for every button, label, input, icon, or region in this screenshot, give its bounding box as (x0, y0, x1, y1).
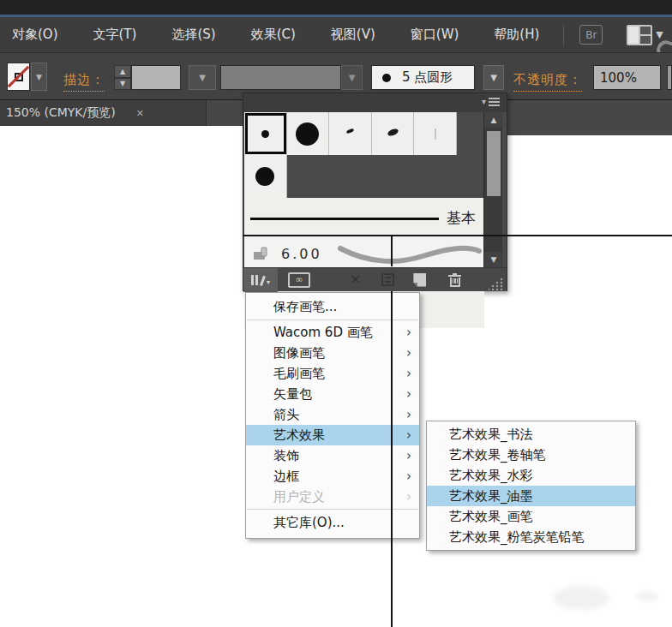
scroll-down-icon[interactable]: ▼ (484, 252, 503, 267)
chevron-down-icon: ▼ (656, 29, 663, 40)
menu-item-other-library[interactable]: 其它库(O)... (246, 511, 419, 534)
menu-item-bristle-brushes[interactable]: 毛刷画笔 › (246, 363, 419, 384)
menu-item-image-brushes[interactable]: 图像画笔 › (246, 343, 419, 363)
illustrator-window: 对象(O) 文字(T) 选择(S) 效果(C) 视图(V) 窗口(W) 帮助(H… (0, 0, 672, 627)
delete-brush-button[interactable] (448, 273, 461, 287)
brush-libraries-menu-button[interactable]: ▾ (243, 268, 278, 292)
menu-item-select[interactable]: 选择(S) (168, 27, 219, 43)
panel-flyout-menu-button[interactable]: ▾ (482, 98, 500, 106)
menu-item-user-defined: 用户定义 › (246, 487, 419, 507)
panel-scrollbar[interactable]: ▲ ▼ (483, 112, 502, 267)
menu-item-decorative[interactable]: 装饰 › (246, 445, 419, 466)
stepper-down-icon[interactable]: ▼ (114, 78, 131, 91)
close-icon[interactable]: ✕ (136, 108, 144, 119)
new-brush-button[interactable] (413, 273, 426, 287)
tab-bar-extension (507, 126, 672, 135)
stroke-weight-dropdown-button[interactable]: ▼ (189, 65, 216, 90)
submenu-arrow-icon: › (406, 404, 411, 425)
remove-brush-stroke-button[interactable]: ✕ (350, 272, 361, 288)
workspace-icon (627, 25, 652, 45)
menu-item-save-brushes[interactable]: 保存画笔... (246, 296, 419, 318)
stepper-up-icon[interactable]: ▲ (114, 65, 131, 78)
scroll-up-icon[interactable]: ▲ (484, 112, 503, 128)
submenu-item-scroll-pen[interactable]: 艺术效果_卷轴笔 (427, 445, 635, 465)
canvas-vertical-line-upper (391, 236, 393, 266)
brush-libraries-menu: 保存画笔... Wacom 6D 画笔 › 图像画笔 › 毛刷画笔 › 矢量包 … (245, 292, 420, 539)
menubar-separator (563, 25, 564, 45)
submenu-item-watercolor[interactable]: 艺术效果_水彩 (427, 465, 635, 486)
panel-toolbar: ▾ ∞ ✕ (243, 267, 507, 291)
menu-item-object[interactable]: 对象(O) (9, 27, 62, 43)
menu-bar: 对象(O) 文字(T) 选择(S) 效果(C) 视图(V) 窗口(W) 帮助(H… (0, 17, 672, 52)
submenu-item-paintbrush[interactable]: 艺术效果_画笔 (427, 506, 635, 527)
submenu-arrow-icon: › (406, 343, 411, 363)
chevron-down-icon: ▾ (482, 98, 486, 106)
basic-brush-label: 基本 (447, 208, 476, 228)
submenu-arrow-icon: › (406, 466, 411, 487)
stroke-weight-field[interactable] (131, 65, 181, 90)
stroke-label[interactable]: 描边： (63, 72, 105, 92)
cc-link-icon: ∞ (295, 274, 303, 285)
brushes-panel: ▾ 基本 6.00 (243, 93, 507, 291)
submenu-item-chalk-charcoal-pencil[interactable]: 艺术效果_粉笔炭笔铅笔 (427, 527, 635, 547)
titlebar-strip (0, 0, 672, 15)
brush-size-label: 6.00 (281, 246, 322, 262)
menu-item-window[interactable]: 窗口(W) (407, 27, 463, 43)
brushes-panel-header[interactable]: ▾ (243, 93, 507, 112)
brush-options-button[interactable] (381, 273, 394, 286)
brush-swatch[interactable] (372, 112, 415, 155)
folded-corner-icon (413, 283, 417, 287)
canvas-smudge (553, 586, 609, 610)
library-books-icon (251, 274, 265, 285)
none-slash-icon (8, 66, 29, 87)
artistic-submenu: 艺术效果_书法 艺术效果_卷轴笔 艺术效果_水彩 艺术效果_油墨 艺术效果_画笔… (426, 421, 636, 551)
opacity-field[interactable]: 100% (593, 65, 661, 90)
menu-item-arrows[interactable]: 箭头 › (246, 404, 419, 425)
brush-definition-dropdown[interactable]: 5 点圆形 (371, 65, 475, 90)
canvas-vertical-line (391, 291, 393, 627)
canvas-horizontal-line (243, 235, 672, 236)
menu-item-type[interactable]: 文字(T) (90, 27, 141, 43)
menu-item-borders[interactable]: 边框 › (246, 466, 419, 487)
ink-bottle-icon (253, 247, 273, 260)
fill-dropdown-button[interactable]: ▼ (31, 63, 47, 91)
submenu-item-ink[interactable]: 艺术效果_油墨 (427, 486, 635, 506)
menu-separator (247, 319, 418, 320)
menu-item-wacom-6d[interactable]: Wacom 6D 画笔 › (246, 322, 419, 343)
brush-swatch-row-2 (244, 155, 287, 198)
submenu-arrow-icon: › (406, 445, 411, 466)
brush-swatch[interactable] (329, 112, 372, 155)
submenu-arrow-icon: › (406, 487, 411, 507)
resize-grip[interactable] (489, 278, 504, 290)
brush-swatch[interactable] (244, 155, 287, 198)
menu-item-artistic[interactable]: 艺术效果 › (246, 425, 419, 445)
document-tab[interactable]: 150% (CMYK/预览) ✕ (0, 100, 207, 126)
brush-swatch-row-1 (244, 112, 457, 155)
opacity-label[interactable]: 不透明度： (513, 72, 582, 92)
basic-brush-stroke-preview (250, 218, 439, 220)
menu-item-effect[interactable]: 效果(C) (248, 27, 299, 43)
stroke-profile-dropdown-button[interactable]: ▼ (341, 65, 363, 90)
brush-definition-dropdown-button[interactable]: ▼ (483, 65, 504, 90)
brush-row-calligraphic[interactable]: 6.00 (244, 236, 484, 267)
submenu-arrow-icon: › (406, 384, 411, 404)
brush-swatch[interactable] (287, 112, 330, 155)
brush-dot-icon (382, 74, 391, 82)
brush-definition-value: 5 点圆形 (402, 69, 453, 86)
cc-libraries-button[interactable]: ∞ (288, 272, 310, 288)
document-tab-label: 150% (CMYK/预览) (6, 105, 116, 121)
brush-swatch[interactable] (414, 112, 457, 155)
fill-none-swatch[interactable] (7, 63, 30, 91)
workspace-switcher-button[interactable]: ▼ (627, 25, 663, 45)
menu-item-view[interactable]: 视图(V) (327, 27, 379, 43)
menu-item-help[interactable]: 帮助(H) (490, 27, 543, 43)
stroke-profile-field[interactable] (220, 65, 341, 90)
brush-stroke-preview (337, 240, 483, 267)
stroke-weight-stepper[interactable]: ▲ ▼ (114, 65, 131, 90)
brush-swatch-selected[interactable] (244, 112, 287, 155)
submenu-item-calligraphy[interactable]: 艺术效果_书法 (427, 424, 635, 445)
menu-lines-icon (489, 98, 500, 106)
scrollbar-thumb[interactable] (487, 131, 501, 196)
menu-item-vector-pack[interactable]: 矢量包 › (246, 384, 419, 404)
bridge-button[interactable]: Br (579, 25, 603, 45)
